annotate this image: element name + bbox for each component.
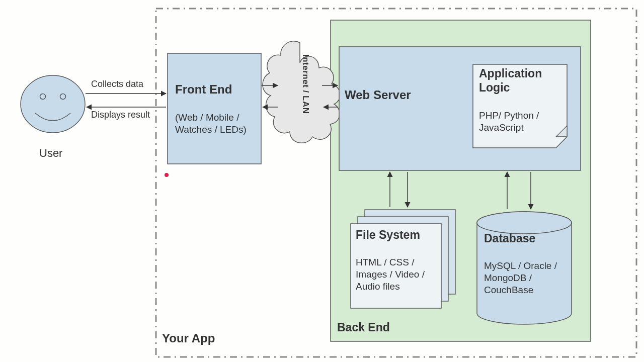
app-logic-sub: PHP/ Python / JavaScript [479, 110, 559, 134]
backend-label: Back End [337, 321, 390, 334]
fs-title: File System [356, 228, 420, 242]
frontend-sub: (Web / Mobile / Watches / LEDs) [175, 112, 256, 136]
db-sub: MySQL / Oracle / MongoDB / CouchBase [484, 260, 570, 296]
app-logic-title-text: Application Logic [479, 67, 562, 95]
webserver-title: Web Server [345, 88, 411, 102]
app-logic-title: Application Logic [479, 67, 562, 95]
user-label: User [39, 147, 62, 160]
cloud-label: Internet / LAN [300, 54, 310, 114]
your-app-border [156, 9, 636, 357]
svg-point-0 [21, 75, 85, 133]
frontend-title-text: Front End [175, 82, 232, 97]
fs-sub: HTML / CSS / Images / Video / Audio file… [356, 256, 434, 292]
frontend-title: Front End [175, 82, 232, 97]
your-app-label: Your App [162, 331, 215, 345]
svg-point-6 [477, 212, 572, 234]
arrow-label-displays: Displays result [91, 110, 150, 120]
arrow-label-collects: Collects data [91, 79, 143, 89]
svg-point-1 [40, 94, 46, 100]
svg-point-2 [60, 94, 66, 100]
user-icon [21, 75, 85, 133]
diagram-canvas [0, 0, 644, 362]
db-title: Database [484, 232, 535, 245]
webserver-box [339, 47, 581, 170]
frontend-box [168, 53, 261, 164]
pointer-dot [165, 173, 169, 177]
